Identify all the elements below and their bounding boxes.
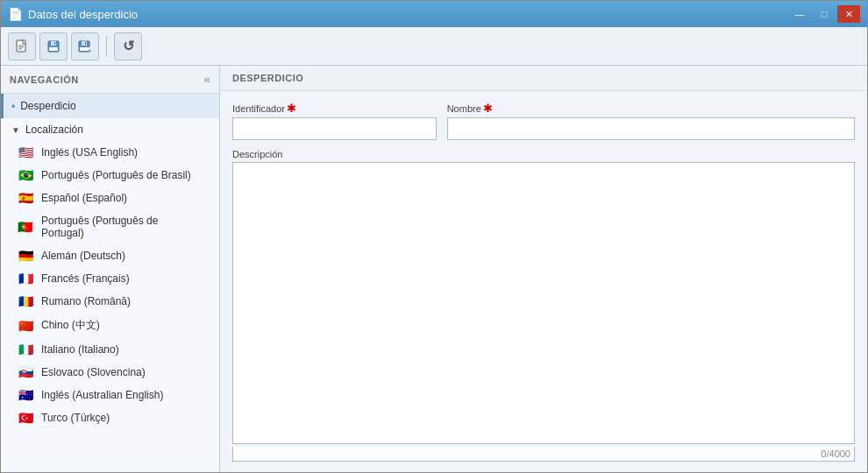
window-title-icon: 📄 bbox=[8, 7, 23, 21]
svg-rect-4 bbox=[54, 42, 55, 45]
localizacion-toggle-icon: ▼ bbox=[11, 125, 20, 135]
flag-pt-icon: 🇵🇹 bbox=[17, 221, 34, 233]
flag-cn-icon: 🇨🇳 bbox=[17, 320, 34, 332]
sidebar: NAVEGACIÓN « • Desperdicio ▼ Localizació… bbox=[1, 66, 220, 472]
svg-text:+: + bbox=[89, 47, 92, 53]
flag-tr-icon: 🇹🇷 bbox=[17, 412, 34, 424]
sidebar-item-frances-label: Francés (Français) bbox=[41, 272, 130, 285]
sidebar-item-ingles-usa[interactable]: 🇺🇸 Inglés (USA English) bbox=[1, 141, 219, 164]
minimize-button[interactable]: — bbox=[788, 5, 811, 23]
sidebar-item-chino[interactable]: 🇨🇳 Chino (中文) bbox=[1, 313, 219, 338]
sidebar-item-portugues-pt-label: Português (Português de Portugal) bbox=[41, 215, 203, 239]
title-controls: — □ ✕ bbox=[788, 5, 860, 23]
identificador-required: ✱ bbox=[287, 102, 296, 115]
sidebar-item-frances[interactable]: 🇫🇷 Francés (Français) bbox=[1, 267, 219, 290]
sidebar-item-portugues-br[interactable]: 🇧🇷 Português (Português de Brasil) bbox=[1, 164, 219, 187]
sidebar-item-ingles-usa-label: Inglés (USA English) bbox=[41, 146, 138, 159]
sidebar-item-turco[interactable]: 🇹🇷 Turco (Türkçe) bbox=[1, 406, 219, 429]
sidebar-item-chino-label: Chino (中文) bbox=[41, 318, 100, 333]
flag-ro-icon: 🇷🇴 bbox=[17, 295, 34, 307]
sidebar-item-desperdicio[interactable]: • Desperdicio bbox=[1, 94, 219, 118]
sidebar-item-ingles-au-label: Inglés (Australian English) bbox=[41, 389, 163, 401]
sidebar-collapse-button[interactable]: « bbox=[204, 73, 210, 86]
nombre-label: Nombre ✱ bbox=[447, 102, 855, 115]
char-count: 0/4000 bbox=[232, 447, 855, 462]
window-title: Datos del desperdicio bbox=[28, 8, 138, 21]
svg-rect-8 bbox=[85, 42, 86, 45]
flag-br-icon: 🇧🇷 bbox=[17, 169, 34, 181]
new-button[interactable] bbox=[8, 32, 36, 60]
nav-bullet: • bbox=[11, 100, 15, 112]
sidebar-item-ingles-au[interactable]: 🇦🇺 Inglés (Australian English) bbox=[1, 384, 219, 406]
sidebar-item-italiano-label: Italiano (Italiano) bbox=[41, 343, 119, 356]
sidebar-item-portugues-br-label: Português (Português de Brasil) bbox=[41, 169, 191, 181]
sidebar-section-localizacion[interactable]: ▼ Localización bbox=[1, 118, 219, 141]
flag-es-icon: 🇪🇸 bbox=[17, 192, 34, 204]
save-as-button[interactable]: + bbox=[71, 32, 99, 60]
save-button[interactable] bbox=[39, 32, 68, 60]
sidebar-item-eslovaco-label: Eslovaco (Slovencina) bbox=[41, 366, 146, 378]
sidebar-item-rumano[interactable]: 🇷🇴 Rumano (Română) bbox=[1, 290, 219, 313]
panel-body: Identificador ✱ Nombre ✱ Descrip bbox=[220, 91, 867, 472]
form-group-nombre: Nombre ✱ bbox=[447, 102, 855, 140]
sidebar-item-aleman[interactable]: 🇩🇪 Alemán (Deutsch) bbox=[1, 244, 219, 267]
flag-fr-icon: 🇫🇷 bbox=[17, 272, 34, 285]
close-button[interactable]: ✕ bbox=[837, 5, 860, 23]
new-icon bbox=[15, 39, 29, 53]
descripcion-label: Descripción bbox=[232, 149, 855, 159]
flag-de-icon: 🇩🇪 bbox=[17, 250, 34, 262]
sidebar-item-portugues-pt[interactable]: 🇵🇹 Português (Português de Portugal) bbox=[1, 209, 219, 244]
identificador-input[interactable] bbox=[232, 117, 437, 140]
save-icon bbox=[46, 39, 60, 53]
flag-au-icon: 🇦🇺 bbox=[17, 389, 34, 401]
flag-sk-icon: 🇸🇰 bbox=[17, 366, 34, 378]
flag-it-icon: 🇮🇹 bbox=[17, 343, 34, 356]
nombre-input[interactable] bbox=[447, 117, 855, 140]
toolbar: + ↺ bbox=[1, 27, 867, 66]
form-group-identificador: Identificador ✱ bbox=[232, 102, 437, 140]
save-as-icon: + bbox=[78, 39, 92, 53]
right-panel: DESPERDICIO Identificador ✱ Nombre ✱ bbox=[220, 66, 867, 472]
identificador-label: Identificador ✱ bbox=[232, 102, 437, 115]
nombre-required: ✱ bbox=[483, 102, 493, 115]
svg-rect-6 bbox=[82, 41, 87, 46]
svg-rect-2 bbox=[51, 41, 56, 46]
descripcion-textarea[interactable] bbox=[232, 162, 855, 444]
restore-button[interactable]: □ bbox=[813, 5, 836, 23]
refresh-button[interactable]: ↺ bbox=[114, 32, 142, 60]
sidebar-item-espanol-label: Español (Español) bbox=[41, 192, 127, 204]
title-bar: 📄 Datos del desperdicio — □ ✕ bbox=[1, 1, 867, 27]
form-group-descripcion: Descripción 0/4000 bbox=[232, 149, 855, 462]
sidebar-header-label: NAVEGACIÓN bbox=[10, 74, 79, 85]
sidebar-item-eslovaco[interactable]: 🇸🇰 Eslovaco (Slovencina) bbox=[1, 361, 219, 384]
flag-usa-icon: 🇺🇸 bbox=[17, 146, 34, 159]
sidebar-item-turco-label: Turco (Türkçe) bbox=[41, 412, 110, 424]
main-content: NAVEGACIÓN « • Desperdicio ▼ Localizació… bbox=[1, 66, 867, 472]
toolbar-divider bbox=[106, 36, 107, 57]
sidebar-header: NAVEGACIÓN « bbox=[1, 66, 219, 94]
sidebar-item-rumano-label: Rumano (Română) bbox=[41, 295, 131, 307]
form-row-id-nombre: Identificador ✱ Nombre ✱ bbox=[232, 102, 855, 140]
sidebar-item-italiano[interactable]: 🇮🇹 Italiano (Italiano) bbox=[1, 338, 219, 361]
sidebar-item-espanol[interactable]: 🇪🇸 Español (Español) bbox=[1, 187, 219, 209]
sidebar-section-localizacion-label: Localización bbox=[25, 124, 83, 136]
svg-rect-0 bbox=[17, 40, 25, 52]
sidebar-item-desperdicio-label: Desperdicio bbox=[20, 100, 75, 112]
panel-header: DESPERDICIO bbox=[220, 66, 867, 91]
svg-rect-7 bbox=[80, 47, 89, 51]
main-window: 📄 Datos del desperdicio — □ ✕ bbox=[0, 0, 868, 473]
sidebar-item-aleman-label: Alemán (Deutsch) bbox=[41, 250, 125, 262]
title-bar-left: 📄 Datos del desperdicio bbox=[8, 7, 138, 21]
svg-rect-3 bbox=[49, 47, 58, 51]
